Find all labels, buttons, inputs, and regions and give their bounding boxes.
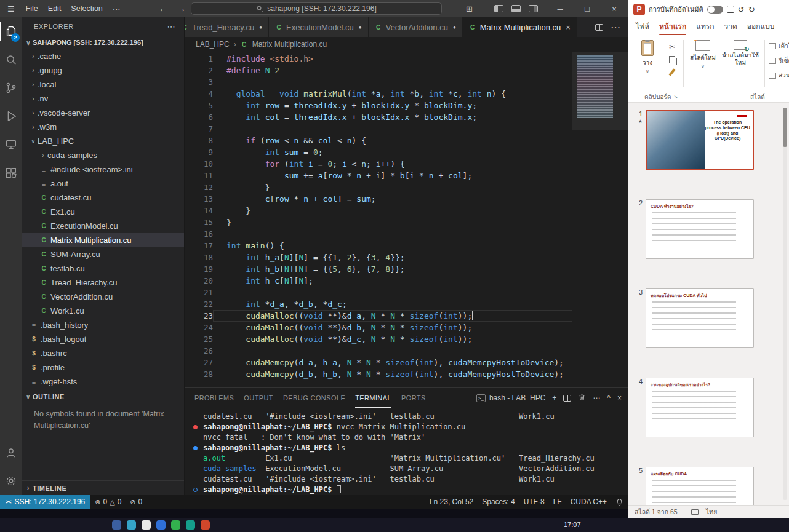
tree-item-bashrc[interactable]: $.bashrc bbox=[22, 346, 184, 360]
code-line-1[interactable]: 1#include <stdio.h> bbox=[185, 53, 572, 65]
powerpoint-logo-icon[interactable]: P bbox=[633, 4, 645, 15]
code-line-21[interactable]: 21 bbox=[185, 287, 572, 298]
code-line-12[interactable]: 12 } bbox=[185, 181, 572, 193]
tree-item-nv[interactable]: ›.nv bbox=[22, 92, 184, 106]
remote-explorer-icon[interactable] bbox=[0, 130, 22, 159]
code-line-16[interactable]: 16 bbox=[185, 228, 572, 240]
panel-tab-debug-console[interactable]: DEBUG CONSOLE bbox=[283, 388, 345, 408]
taskbar-app-icon-1[interactable] bbox=[112, 520, 121, 530]
slide-thumbnail-2[interactable]: CUDA ทำงานอย่างไร? bbox=[646, 199, 754, 259]
minimap[interactable] bbox=[572, 52, 628, 387]
code-line-26[interactable]: 26 bbox=[185, 345, 572, 357]
code-line-7[interactable]: 7 bbox=[185, 123, 572, 135]
remote-indicator[interactable]: >< SSH: 172.30.222.196 bbox=[0, 495, 90, 509]
tree-item-gnupg[interactable]: ›.gnupg bbox=[22, 63, 184, 77]
new-slide-button[interactable]: สไลด์ใหม่ ∨ bbox=[689, 40, 717, 90]
terminal-instance[interactable]: >_ bash - LAB_HPC bbox=[476, 394, 546, 402]
slide-thumbnail-4[interactable]: งานของอุปกรณ์ของเราอย่างไร? bbox=[646, 378, 754, 437]
taskbar-app-icon-2[interactable] bbox=[127, 520, 136, 530]
menu-selection[interactable]: Selection bbox=[66, 4, 107, 14]
code-line-13[interactable]: 13 c[row * n + col] = sum; bbox=[185, 193, 572, 205]
notifications-bell-icon[interactable] bbox=[611, 498, 628, 506]
save-icon[interactable] bbox=[727, 6, 734, 13]
breadcrumb-folder[interactable]: LAB_HPC bbox=[196, 40, 230, 49]
maximize-button[interactable]: □ bbox=[574, 0, 601, 17]
toggle-panel-icon[interactable] bbox=[511, 5, 521, 12]
ribbon-mini-button-1[interactable]: เค้าโครง bbox=[769, 41, 789, 50]
tab-vectoraddition-cu[interactable]: CVectorAddition.cu● bbox=[369, 17, 463, 37]
ribbon-tab-thai-3[interactable]: แทรก bbox=[691, 18, 719, 35]
code-line-3[interactable]: 3 bbox=[185, 76, 572, 88]
ribbon-tab-thai-5[interactable]: ออกแบบ bbox=[742, 18, 780, 35]
minimize-button[interactable]: ─ bbox=[547, 0, 574, 17]
code-line-17[interactable]: 17int main() { bbox=[185, 240, 572, 252]
terminal-output[interactable]: cudatest.cu '#include <iostream>.ini' te… bbox=[185, 408, 628, 495]
ports-indicator[interactable]: ⊘ 0 bbox=[126, 495, 146, 509]
taskbar-app-icon-3[interactable] bbox=[142, 520, 151, 530]
indentation-indicator[interactable]: Spaces: 4 bbox=[478, 498, 519, 506]
extensions-icon[interactable] bbox=[0, 159, 22, 187]
tree-item-work1-cu[interactable]: CWork1.cu bbox=[22, 304, 184, 318]
breadcrumb-file[interactable]: Matrix Multiplication.cu bbox=[252, 40, 327, 49]
timeline-section-header[interactable]: › TIMELINE bbox=[22, 480, 184, 495]
language-indicator[interactable]: ไทย bbox=[706, 507, 717, 517]
tree-item-tread-hierachy-cu[interactable]: CTread_Hierachy.cu bbox=[22, 276, 184, 290]
hamburger-menu-icon[interactable]: ☰ bbox=[0, 4, 21, 14]
run-debug-icon[interactable] bbox=[0, 102, 22, 130]
source-control-icon[interactable] bbox=[0, 74, 22, 102]
taskbar-app-icon-4[interactable] bbox=[156, 520, 166, 530]
panel-tab-ports[interactable]: PORTS bbox=[401, 388, 426, 408]
code-line-11[interactable]: 11 sum += a[row * n + i] * b[i * n + col… bbox=[185, 170, 572, 181]
menu-more[interactable]: ⋯ bbox=[108, 4, 126, 14]
code-line-8[interactable]: 8 if (row < n && col < n) { bbox=[185, 135, 572, 146]
menu-file[interactable]: File bbox=[21, 4, 43, 14]
nav-back-icon[interactable]: ← bbox=[159, 4, 167, 14]
kill-terminal-icon[interactable] bbox=[578, 393, 586, 403]
panel-tab-output[interactable]: OUTPUT bbox=[244, 388, 273, 408]
cut-icon[interactable]: ✂ bbox=[669, 42, 675, 51]
code-line-25[interactable]: 25 cudaMalloc((void **)&d_c, N * N * siz… bbox=[185, 333, 572, 345]
tree-item-w3m[interactable]: ›.w3m bbox=[22, 120, 184, 134]
explorer-icon[interactable]: 2 bbox=[0, 17, 22, 46]
encoding-indicator[interactable]: UTF-8 bbox=[519, 498, 549, 506]
tree-item-include-iostream-ini[interactable]: ≡#include <iostream>.ini bbox=[22, 162, 184, 177]
redo-icon[interactable]: ↻ bbox=[748, 5, 755, 14]
undo-icon[interactable]: ↺ bbox=[738, 5, 745, 14]
taskbar-clock[interactable]: 17:07 bbox=[564, 521, 581, 528]
layout-grid-icon[interactable]: ⊞ bbox=[466, 4, 473, 14]
code-line-24[interactable]: 24 cudaMalloc((void **)&d_b, N * N * siz… bbox=[185, 322, 572, 333]
code-line-9[interactable]: 9 int sum = 0; bbox=[185, 146, 572, 158]
cursor-position[interactable]: Ln 23, Col 52 bbox=[425, 498, 478, 506]
account-icon[interactable] bbox=[0, 439, 22, 467]
explorer-more-icon[interactable]: ⋯ bbox=[167, 22, 175, 31]
code-line-5[interactable]: 5 int row = threadIdx.y + blockIdx.y * b… bbox=[185, 100, 572, 111]
toggle-sidebar-icon[interactable] bbox=[494, 5, 503, 12]
tree-item-profile[interactable]: $.profile bbox=[22, 360, 184, 375]
tree-item-cache[interactable]: ›.cache bbox=[22, 49, 184, 63]
tab-tread-hieracy-cu[interactable]: CTread_Hieracy.cu● bbox=[185, 17, 269, 37]
code-line-27[interactable]: 27 cudaMemcpy(d_a, h_a, N * N * sizeof(i… bbox=[185, 357, 572, 368]
tree-item-executionmodel-cu[interactable]: CExecutionModel.cu bbox=[22, 219, 184, 233]
slide-panel[interactable]: 1★The operation process between CPU (Hos… bbox=[628, 103, 789, 505]
problems-indicator[interactable]: ⊗ 0 △ 0 bbox=[90, 495, 126, 509]
split-terminal-icon[interactable] bbox=[563, 395, 571, 402]
tree-item-bash-logout[interactable]: $.bash_logout bbox=[22, 332, 184, 346]
code-line-20[interactable]: 20 int h_c[N][N]; bbox=[185, 275, 572, 287]
dialog-launcher-icon[interactable]: ↘ bbox=[673, 94, 678, 100]
split-editor-icon[interactable] bbox=[595, 24, 603, 31]
tab-close-icon[interactable]: × bbox=[566, 23, 571, 32]
maximize-panel-icon[interactable]: ^ bbox=[607, 394, 611, 402]
code-line-23[interactable]: 23 cudaMalloc((void **)&d_a, N * N * siz… bbox=[185, 310, 572, 322]
new-terminal-icon[interactable]: + bbox=[552, 394, 556, 402]
ribbon-tab-thai-2[interactable]: หน้าแรก bbox=[654, 18, 691, 35]
tree-item-vectoraddition-cu[interactable]: CVectorAddition.cu bbox=[22, 290, 184, 304]
command-center-search[interactable]: sahapong [SSH: 172.30.222.196] bbox=[191, 2, 442, 15]
reuse-slides-button[interactable]: นำสไลด์มาใช้ใหม่ bbox=[721, 40, 759, 90]
taskbar-app-icon-6[interactable] bbox=[186, 520, 195, 530]
search-sidebar-icon[interactable] bbox=[0, 46, 22, 74]
toggle-secondary-sidebar-icon[interactable] bbox=[529, 5, 538, 12]
tree-item-vscode-server[interactable]: ›.vscode-server bbox=[22, 106, 184, 120]
autosave-toggle[interactable] bbox=[707, 6, 723, 14]
tree-item-lab-hpc[interactable]: ∨LAB_HPC bbox=[22, 134, 184, 148]
panel-tab-problems[interactable]: PROBLEMS bbox=[194, 388, 234, 408]
